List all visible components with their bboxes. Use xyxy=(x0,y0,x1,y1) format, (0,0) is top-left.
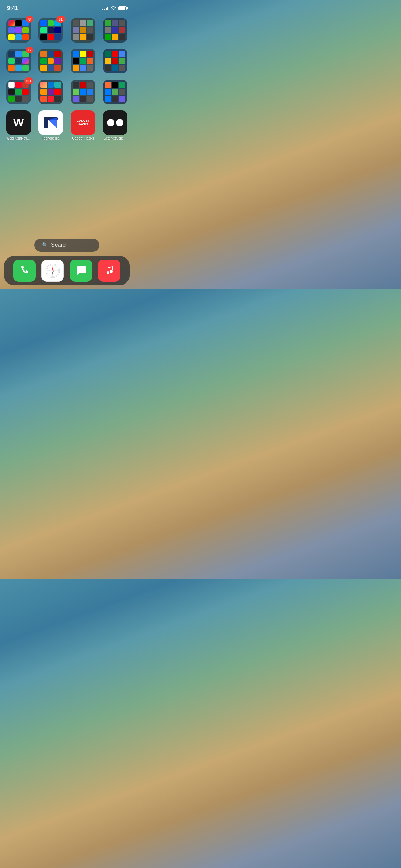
folder-news[interactable]: 99+ xyxy=(6,80,31,104)
app-row-1: 8 31 xyxy=(6,18,127,43)
dock-music[interactable] xyxy=(98,260,120,282)
folder-shopping[interactable] xyxy=(71,49,95,73)
status-icons xyxy=(102,5,127,11)
app-gadgethacks[interactable]: GADGETHACKS Gadget Hacks xyxy=(71,110,95,140)
dock-messages[interactable] xyxy=(70,260,92,282)
app-grid: 8 31 xyxy=(0,14,134,144)
folder-streaming[interactable]: 31 xyxy=(38,18,63,43)
app-settingssche[interactable]: SettingsSche... xyxy=(103,110,127,140)
app-row-4: W WebPushNotifi... Techopedia xyxy=(6,110,127,140)
badge-social: 8 xyxy=(26,16,33,23)
folder-productivity[interactable] xyxy=(38,49,63,73)
app-row-3: 99+ xyxy=(6,80,127,104)
folder-tools[interactable] xyxy=(71,80,95,104)
folder-food[interactable] xyxy=(103,49,127,73)
search-label: Search xyxy=(51,242,69,248)
app-label-techopedia: Techopedia xyxy=(42,136,59,140)
app-row-2: 6 xyxy=(6,49,127,73)
search-container: 🔍 Search xyxy=(34,239,99,252)
badge-comms: 6 xyxy=(26,47,33,53)
search-bar[interactable]: 🔍 Search xyxy=(34,239,99,252)
app-label-webpush: WebPushNotifi... xyxy=(6,136,31,140)
app-label-settingssche: SettingsSche... xyxy=(104,136,126,140)
badge-news: 99+ xyxy=(24,77,33,84)
folder-social[interactable]: 8 xyxy=(6,18,31,43)
folder-comms[interactable]: 6 xyxy=(6,49,31,73)
search-icon: 🔍 xyxy=(42,242,48,248)
dock-safari[interactable] xyxy=(41,260,64,282)
folder-finance[interactable] xyxy=(103,80,127,104)
wifi-icon xyxy=(110,5,116,11)
folder-games[interactable] xyxy=(103,18,127,43)
folder-utilities[interactable] xyxy=(71,18,95,43)
dock xyxy=(4,256,130,285)
app-webpushnotifi[interactable]: W WebPushNotifi... xyxy=(6,110,31,140)
badge-streaming: 31 xyxy=(56,16,65,23)
app-label-gadgethacks: Gadget Hacks xyxy=(72,136,94,140)
signal-icon xyxy=(102,6,108,10)
folder-browsers[interactable] xyxy=(38,80,63,104)
battery-icon xyxy=(118,6,127,10)
app-techopedia[interactable]: Techopedia xyxy=(38,110,63,140)
status-bar: 9:41 xyxy=(0,0,134,14)
dock-phone[interactable] xyxy=(13,260,36,282)
svg-rect-2 xyxy=(44,117,48,128)
status-time: 9:41 xyxy=(7,5,18,12)
